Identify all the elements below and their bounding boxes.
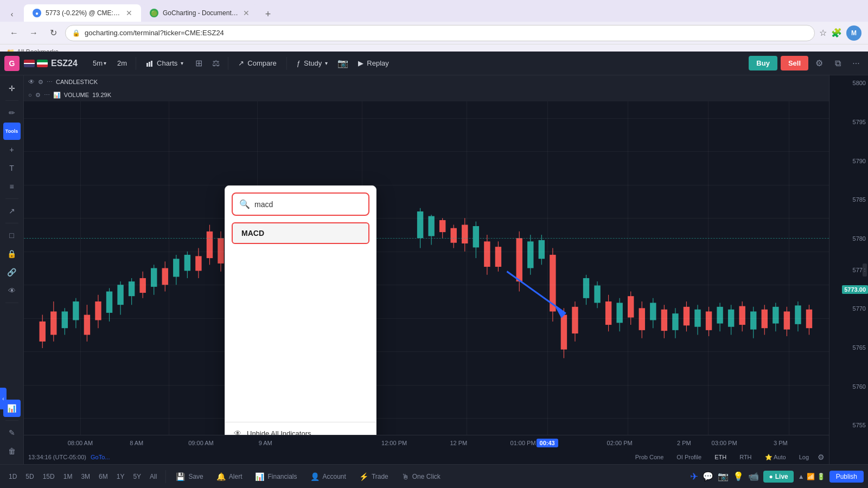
price-5765: 5765 — [853, 344, 866, 351]
tf-5d[interactable]: 5D — [21, 471, 38, 483]
live-indicator[interactable]: ● Live — [763, 471, 793, 483]
svg-rect-18 — [117, 285, 123, 305]
it-flag-icon — [37, 60, 48, 67]
nav-back[interactable]: ← — [7, 25, 22, 41]
video-icon[interactable]: 📹 — [748, 471, 759, 481]
svg-rect-20 — [129, 281, 135, 296]
goto-btn[interactable]: GoTo... — [91, 454, 110, 460]
unhide-all-btn[interactable]: 👁 Unhide All Indicators — [225, 422, 376, 435]
address-bar[interactable]: 🔒 gocharting.com/terminal?ticker=CME:ESZ… — [65, 25, 815, 41]
svg-rect-50 — [473, 226, 479, 247]
nav-forward[interactable]: → — [26, 25, 41, 41]
profile-avatar[interactable]: M — [846, 25, 861, 41]
discord-icon[interactable]: 💬 — [703, 471, 713, 481]
buy-btn[interactable]: Buy — [749, 56, 777, 70]
prob-cone-tab[interactable]: Prob Cone — [631, 453, 668, 461]
indicator-search-box[interactable]: 🔍 — [232, 192, 369, 216]
extensions-icon[interactable]: 🧩 — [831, 28, 842, 38]
tab-add-button[interactable]: + — [260, 7, 276, 22]
text-tool[interactable]: T — [3, 159, 21, 177]
svg-rect-14 — [95, 301, 101, 320]
tf-1d[interactable]: 1D — [4, 471, 21, 483]
macd-label: MACD — [241, 229, 264, 237]
oi-profile-tab[interactable]: OI Profile — [672, 453, 706, 461]
telegram-icon[interactable]: ✈ — [690, 471, 698, 483]
volume-more-icon[interactable]: ⋯ — [44, 92, 50, 99]
financials-btn[interactable]: 📊 Financials — [250, 470, 302, 483]
tf-6m[interactable]: 6M — [94, 471, 112, 483]
nav-refresh[interactable]: ↻ — [46, 25, 61, 41]
camera-icon-btn[interactable]: 📷 — [335, 56, 350, 71]
levels-tool[interactable]: ≡ — [3, 178, 21, 195]
indicator-search-input[interactable] — [254, 200, 362, 209]
screenshot-icon[interactable]: 📷 — [718, 471, 729, 481]
svg-rect-80 — [650, 303, 656, 320]
tab-close-2[interactable]: ✕ — [243, 9, 250, 17]
svg-rect-44 — [439, 220, 445, 232]
alert-btn[interactable]: 🔔 Alert — [211, 470, 248, 483]
volume-settings-icon[interactable]: ⚙ — [35, 92, 41, 99]
trade-btn[interactable]: ⚡ Trade — [354, 470, 394, 483]
grid-v-2 — [169, 101, 169, 435]
tab-close-1[interactable]: ✕ — [126, 9, 132, 17]
browser-tabs: ‹ ● 5773 (-0.22%) @ CME:ESZ24 ✕ 🟢 GoChar… — [0, 0, 868, 22]
app-logo[interactable]: G — [4, 56, 20, 71]
link-tool[interactable]: 🔗 — [3, 264, 21, 281]
compare-btn[interactable]: ↗ Compare — [233, 57, 282, 69]
bookmark-star-icon[interactable]: ☆ — [819, 28, 827, 38]
settings-icon-btn[interactable]: ⚙ — [812, 56, 827, 71]
more-icon-btn[interactable]: ··· — [848, 56, 864, 71]
eye-tool[interactable]: 👁 — [3, 282, 21, 299]
browser-tab-1[interactable]: ● 5773 (-0.22%) @ CME:ESZ24 ✕ — [24, 4, 141, 22]
volume-hide-icon[interactable]: ○ — [28, 92, 32, 98]
save-btn[interactable]: 💾 Save — [170, 470, 208, 483]
rth-tab[interactable]: RTH — [735, 453, 756, 461]
light-icon[interactable]: 💡 — [733, 471, 744, 481]
replay-btn[interactable]: ▶ Replay — [353, 57, 394, 69]
layout-icon-btn[interactable]: ⊞ — [191, 56, 206, 71]
indicator-result-macd[interactable]: MACD — [232, 222, 369, 244]
candlestick-eye-icon[interactable]: 👁 — [28, 78, 35, 86]
trash-tool[interactable]: 🗑 — [3, 442, 21, 460]
tab-scroll-left[interactable]: ‹ — [4, 7, 20, 22]
eth-tab[interactable]: ETH — [710, 453, 731, 461]
timeframe-5m-btn[interactable]: 5m ▾ — [88, 57, 111, 69]
up-arrow-icon: ▲ — [798, 473, 805, 480]
cursor-tool[interactable]: ✛ — [3, 80, 21, 97]
crosshair-tool[interactable]: + — [3, 141, 21, 158]
price-scale-handle[interactable]: ⋮ — [863, 264, 867, 277]
symbol-name[interactable]: ESZ24 — [51, 59, 78, 68]
pencil-tool[interactable]: ✏ — [3, 104, 21, 121]
symbol-flags — [24, 60, 48, 67]
tf-5y[interactable]: 5Y — [129, 471, 145, 483]
charts-btn[interactable]: Charts ▾ — [141, 57, 189, 69]
publish-btn[interactable]: Publish — [829, 471, 864, 483]
timeframe-2m-btn[interactable]: 2m — [113, 57, 131, 69]
layers-icon-btn[interactable]: ⧉ — [830, 56, 845, 71]
candlestick-more-icon[interactable]: ⋯ — [47, 79, 53, 86]
oneclick-btn[interactable]: 🖱 One Click — [396, 470, 446, 483]
arrow-tool[interactable]: ↗ — [3, 202, 21, 220]
svg-rect-102 — [773, 307, 778, 324]
browser-tab-2[interactable]: 🟢 GoCharting - Documentation ✕ — [141, 4, 258, 22]
tools-label-btn[interactable]: Tools — [3, 123, 21, 140]
candlestick-indicator-row: 👁 ⚙ ⋯ CANDLESTICK — [24, 75, 829, 88]
log-tab[interactable]: Log — [795, 453, 813, 461]
tf-15d[interactable]: 15D — [39, 471, 59, 483]
candlestick-settings-icon[interactable]: ⚙ — [38, 79, 43, 86]
indicator-quick-btn[interactable]: 📊 — [3, 400, 21, 417]
lock-tool[interactable]: 🔒 — [3, 245, 21, 262]
draw-tool[interactable]: ✎ — [3, 424, 21, 441]
settings-gear-icon[interactable]: ⚙ — [818, 453, 825, 461]
sell-btn[interactable]: Sell — [781, 56, 808, 70]
shapes-tool[interactable]: □ — [3, 227, 21, 244]
chart-type-icon-btn[interactable]: ⚖ — [208, 56, 224, 71]
auto-tab[interactable]: ⭐ Auto — [761, 453, 790, 462]
system-tray: ▲ 📶 🔋 — [798, 473, 825, 480]
study-btn[interactable]: ƒ Study ▾ — [291, 57, 333, 69]
tf-all[interactable]: All — [145, 471, 161, 483]
tf-1m[interactable]: 1M — [59, 471, 77, 483]
tf-1y[interactable]: 1Y — [112, 471, 129, 483]
tf-3m[interactable]: 3M — [76, 471, 94, 483]
account-btn[interactable]: 👤 Account — [305, 470, 352, 483]
